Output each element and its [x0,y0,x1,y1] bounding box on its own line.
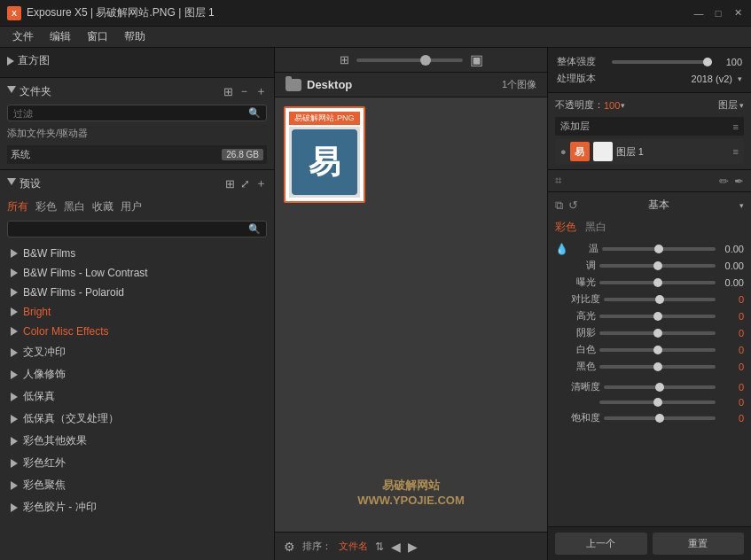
preset-group-bright-name: Bright [23,306,51,318]
preset-group-color-film-header[interactable]: 彩色胶片 - 冲印 [7,497,267,517]
layers-dropdown-icon[interactable]: ▾ [739,101,744,110]
add-layer-row[interactable]: 添加层 ≡ [555,117,744,136]
sort-value[interactable]: 文件名 [339,540,368,553]
layers-right-label[interactable]: 图层 [718,98,738,112]
brush-icon[interactable]: ✏ [719,175,729,188]
files-search-input[interactable] [13,108,248,119]
reset-button[interactable]: 重置 [653,533,745,555]
preset-group-cross-header[interactable]: 交叉冲印 [7,342,267,362]
presets-toggle[interactable] [7,178,16,190]
preset-group-bright-header[interactable]: Bright [7,303,267,321]
filter-tab-color[interactable]: 彩色 [35,198,57,215]
preset-group-portrait: 人像修饰 [7,364,267,385]
preset-group-bwfilms-p-header[interactable]: B&W Films - Polaroid [7,284,267,301]
basic-icons: ⧉ ↺ [555,198,578,213]
filter-tab-fav[interactable]: 收藏 [92,198,113,215]
preset-group-bwfilms-lc-header[interactable]: B&W Films - Low Contrast [7,264,267,282]
version-dropdown-icon[interactable]: ▾ [738,74,742,83]
preset-group-color-other-header[interactable]: 彩色其他效果 [7,431,267,451]
preset-group-bwfilms-p: B&W Films - Polaroid [7,284,267,301]
presets-grid-icon[interactable]: ⊞ [225,177,235,191]
files-plus-icon[interactable]: ＋ [255,83,267,99]
nav-left-icon[interactable]: ◀ [391,540,401,554]
files-minus-icon[interactable]: － [239,83,250,99]
large-view-icon[interactable]: ▣ [470,51,483,68]
histogram-section: 直方图 [0,48,274,78]
maximize-button[interactable]: □ [712,7,724,19]
eyedropper-icon[interactable]: 💧 [555,243,568,255]
opacity-dropdown-icon[interactable]: ▾ [621,101,625,110]
minimize-button[interactable]: — [692,7,705,19]
presets-search-input[interactable] [13,224,248,235]
crop-icon[interactable]: ⌗ [555,174,561,188]
presets-expand-icon[interactable]: ⤢ [240,177,250,191]
layer-char: 易 [575,145,584,159]
adj-value-black: 0 [719,362,744,372]
preset-group-color-ir-header[interactable]: 彩色红外 [7,453,267,473]
adj-row-temp: 💧 温 0.00 [555,242,744,255]
adj-slider-shadow[interactable] [599,331,716,335]
filter-tab-all[interactable]: 所有 [7,198,28,215]
preset-group-lo-cross-header[interactable]: 低保真（交叉处理） [7,408,267,429]
color-tab[interactable]: 彩色 [555,220,576,235]
files-grid-icon[interactable]: ⊞ [223,85,233,98]
basic-copy-icon[interactable]: ⧉ [555,198,563,213]
basic-refresh-icon[interactable]: ↺ [568,198,578,212]
opacity-value[interactable]: 100 [604,100,620,111]
menu-file[interactable]: 文件 [5,27,41,46]
layer-item[interactable]: ● 易 图层 1 ≡ [555,139,744,164]
layers-section: 不透明度： 100 ▾ 图层 ▾ 添加层 ≡ ● 易 图层 1 ≡ [548,93,751,170]
presets-plus-icon[interactable]: ＋ [255,175,267,191]
adj-value-temp: 0.00 [719,244,744,254]
bw-tab[interactable]: 黑白 [585,220,606,235]
drive-item[interactable]: 系统 26.8 GB [7,145,267,164]
middle-top-bar: ⊞ ▣ [275,48,547,73]
grid-view-icon[interactable]: ⊞ [340,53,349,66]
prev-button[interactable]: 上一个 [555,533,647,555]
settings-gear-icon[interactable]: ⚙ [284,540,295,554]
zoom-slider[interactable] [356,58,463,62]
adj-slider-white[interactable] [599,348,716,352]
adj-slider-tint[interactable] [599,264,716,268]
histogram-toggle[interactable] [7,57,14,66]
filter-tab-user[interactable]: 用户 [121,198,142,215]
adj-slider-exposure[interactable] [599,281,716,284]
menu-help[interactable]: 帮助 [117,27,153,46]
title-text: Exposure X5 | 易破解网站.PNG | 图层 1 [27,5,692,20]
nav-right-icon[interactable]: ▶ [408,540,418,554]
close-button[interactable]: ✕ [731,7,744,19]
layer-menu-icon[interactable]: ≡ [733,146,739,157]
files-search-icon: 🔍 [248,107,261,119]
basic-title[interactable]: 基本 [648,198,669,213]
menu-window[interactable]: 窗口 [80,27,115,46]
preset-group-bwfilms-header[interactable]: B&W Films [7,245,267,262]
files-toggle[interactable] [7,86,16,97]
preset-group-lo-header[interactable]: 低保真 [7,386,267,407]
preset-group-bright-arrow [11,307,18,316]
adj-slider-temp[interactable] [602,247,716,251]
adj-slider-saturation[interactable] [604,416,716,420]
basic-dropdown-icon[interactable]: ▾ [739,201,744,210]
adj-slider-contrast[interactable] [604,298,716,301]
filter-tab-bw[interactable]: 黑白 [64,198,85,215]
drive-name: 系统 [11,148,30,161]
preset-group-color-misc-header[interactable]: Color Misc Effects [7,323,267,340]
image-thumb[interactable]: 易破解网站.PNG 易 [284,106,365,203]
add-layer-label: 添加层 [560,120,590,133]
preset-group-color-focus-header[interactable]: 彩色聚焦 [7,475,267,495]
sort-direction-icon[interactable]: ⇅ [375,541,384,553]
adj-slider-highlight[interactable] [599,315,716,318]
version-value[interactable]: 2018 (v2) [692,74,732,84]
files-section: 文件夹 ⊞ － ＋ 🔍 添加文件夹/驱动器 系统 26.8 GB [0,78,274,170]
adj-slider-clarity[interactable] [604,385,716,389]
adj-slider-unknown[interactable] [599,401,716,404]
preset-group-portrait-header[interactable]: 人像修饰 [7,364,267,385]
adj-slider-black[interactable] [599,365,716,369]
menu-edit[interactable]: 编辑 [43,27,78,46]
strength-slider[interactable] [612,60,712,64]
add-folder-button[interactable]: 添加文件夹/驱动器 [7,125,267,142]
zoom-thumb[interactable] [420,55,431,66]
layer-visibility-icon[interactable]: ● [560,146,567,157]
erase-icon[interactable]: ✒ [734,175,744,188]
adj-thumb-tint [653,261,662,270]
